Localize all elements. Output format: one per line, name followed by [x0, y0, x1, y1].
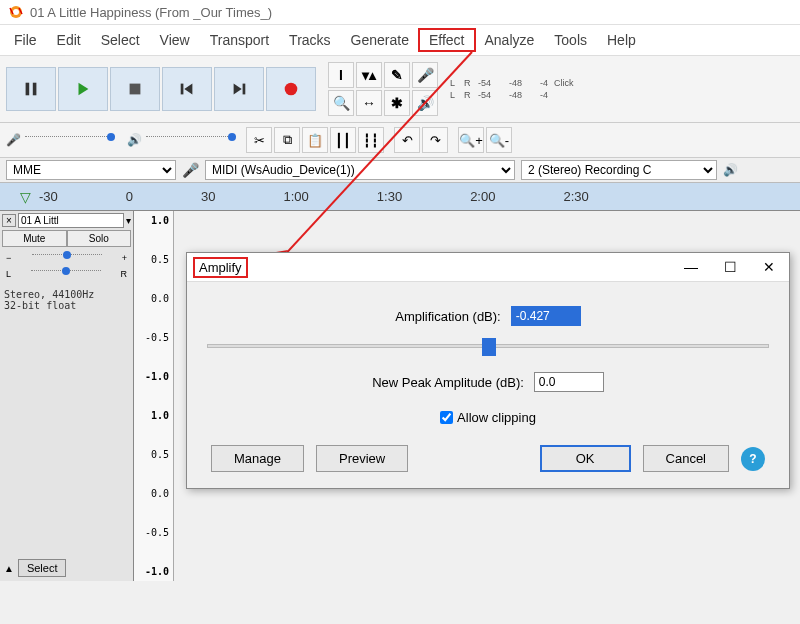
select-button[interactable]: Select — [18, 559, 67, 577]
preview-button[interactable]: Preview — [316, 445, 408, 472]
track-name[interactable]: 01 A Littl — [18, 213, 124, 228]
menu-effect[interactable]: Effect — [419, 29, 475, 51]
stop-button[interactable] — [110, 67, 160, 111]
svg-rect-5 — [181, 84, 184, 95]
manage-button[interactable]: Manage — [211, 445, 304, 472]
svg-rect-2 — [26, 83, 30, 96]
menu-transport[interactable]: Transport — [200, 29, 279, 51]
rec-volume-slider[interactable] — [25, 136, 115, 144]
mic-level-icon[interactable]: 🎤 — [412, 62, 438, 88]
solo-button[interactable]: Solo — [67, 230, 132, 247]
speaker-level-icon[interactable]: 🔊 — [412, 90, 438, 116]
menu-help[interactable]: Help — [597, 29, 646, 51]
transport-toolbar: I ▾▴ ✎ 🎤 🔍 ↔ ✱ 🔊 LR-54-48-4Click LR-54-4… — [0, 56, 800, 123]
amplify-dialog: Amplify — ☐ ✕ Amplification (dB): New Pe… — [186, 252, 790, 489]
allow-clipping-checkbox[interactable] — [440, 411, 453, 424]
undo-icon[interactable]: ↶ — [394, 127, 420, 153]
audio-host-select[interactable]: MME — [6, 160, 176, 180]
svg-rect-3 — [33, 83, 37, 96]
pan-slider[interactable] — [31, 270, 101, 278]
ok-button[interactable]: OK — [540, 445, 631, 472]
envelope-tool-icon[interactable]: ▾▴ — [356, 62, 382, 88]
peak-input[interactable] — [534, 372, 604, 392]
app-logo-icon — [8, 4, 24, 20]
mute-button[interactable]: Mute — [2, 230, 67, 247]
track-menu-icon[interactable]: ▾ — [126, 215, 131, 226]
track-control-panel: × 01 A Littl ▾ Mute Solo −+ LR Stereo, 4… — [0, 211, 134, 581]
menu-generate[interactable]: Generate — [341, 29, 419, 51]
dialog-title: Amplify — [195, 259, 246, 276]
svg-point-1 — [13, 9, 19, 15]
redo-icon[interactable]: ↷ — [422, 127, 448, 153]
svg-rect-4 — [130, 84, 141, 95]
track-close-button[interactable]: × — [2, 214, 16, 227]
menu-analyze[interactable]: Analyze — [475, 29, 545, 51]
mic-icon: 🎤 — [182, 162, 199, 178]
amplitude-scale: 1.0 0.5 0.0 -0.5 -1.0 1.0 0.5 0.0 -0.5 -… — [134, 211, 174, 581]
menu-view[interactable]: View — [150, 29, 200, 51]
gain-slider[interactable] — [32, 254, 102, 262]
peak-label: New Peak Amplitude (dB): — [372, 375, 524, 390]
track-format: Stereo, 44100Hz 32-bit float — [2, 289, 131, 311]
amplification-slider[interactable] — [207, 344, 769, 348]
zoom-in-icon[interactable]: 🔍+ — [458, 127, 484, 153]
input-device-select[interactable]: MIDI (WsAudio_Device(1)) — [205, 160, 515, 180]
edit-toolbar: 🎤 🔊 ✂ ⧉ 📋 ┃┃ ┇┇ ↶ ↷ 🔍+ 🔍- — [0, 123, 800, 158]
skip-end-button[interactable] — [214, 67, 264, 111]
window-titlebar: 01 A Little Happiness (From _Our Times_) — [0, 0, 800, 25]
copy-icon[interactable]: ⧉ — [274, 127, 300, 153]
amplification-input[interactable] — [511, 306, 581, 326]
zoom-out-icon[interactable]: 🔍- — [486, 127, 512, 153]
channels-select[interactable]: 2 (Stereo) Recording C — [521, 160, 717, 180]
menu-select[interactable]: Select — [91, 29, 150, 51]
skip-start-button[interactable] — [162, 67, 212, 111]
multi-tool-icon[interactable]: ✱ — [384, 90, 410, 116]
trim-icon[interactable]: ┃┃ — [330, 127, 356, 153]
playhead-icon[interactable]: ▽ — [20, 189, 31, 205]
mic-icon: 🎤 — [6, 133, 21, 147]
pause-button[interactable] — [6, 67, 56, 111]
collapse-icon[interactable]: ▲ — [4, 563, 14, 574]
minimize-button[interactable]: — — [678, 257, 704, 277]
close-button[interactable]: ✕ — [757, 257, 781, 277]
cut-icon[interactable]: ✂ — [246, 127, 272, 153]
allow-clipping-label: Allow clipping — [457, 410, 536, 425]
menu-tools[interactable]: Tools — [544, 29, 597, 51]
timeline-ruler[interactable]: ▽ -30 0 30 1:00 1:30 2:00 2:30 — [0, 183, 800, 211]
svg-point-7 — [285, 83, 298, 96]
play-button[interactable] — [58, 67, 108, 111]
svg-rect-6 — [243, 84, 246, 95]
record-button[interactable] — [266, 67, 316, 111]
tool-grid: I ▾▴ ✎ 🎤 🔍 ↔ ✱ 🔊 — [328, 62, 438, 116]
menu-file[interactable]: File — [4, 29, 47, 51]
maximize-button[interactable]: ☐ — [718, 257, 743, 277]
zoom-tool-icon[interactable]: 🔍 — [328, 90, 354, 116]
window-title: 01 A Little Happiness (From _Our Times_) — [30, 5, 272, 20]
speaker-icon: 🔊 — [723, 163, 738, 177]
device-toolbar: MME 🎤 MIDI (WsAudio_Device(1)) 2 (Stereo… — [0, 158, 800, 183]
silence-icon[interactable]: ┇┇ — [358, 127, 384, 153]
menu-edit[interactable]: Edit — [47, 29, 91, 51]
play-volume-slider[interactable] — [146, 136, 236, 144]
amplification-label: Amplification (dB): — [395, 309, 500, 324]
meter-display: LR-54-48-4Click LR-54-48-4 — [450, 78, 574, 100]
menubar: File Edit Select View Transport Tracks G… — [0, 25, 800, 56]
cancel-button[interactable]: Cancel — [643, 445, 729, 472]
paste-icon[interactable]: 📋 — [302, 127, 328, 153]
help-icon[interactable]: ? — [741, 447, 765, 471]
selection-tool-icon[interactable]: I — [328, 62, 354, 88]
draw-tool-icon[interactable]: ✎ — [384, 62, 410, 88]
timeshift-tool-icon[interactable]: ↔ — [356, 90, 382, 116]
menu-tracks[interactable]: Tracks — [279, 29, 340, 51]
